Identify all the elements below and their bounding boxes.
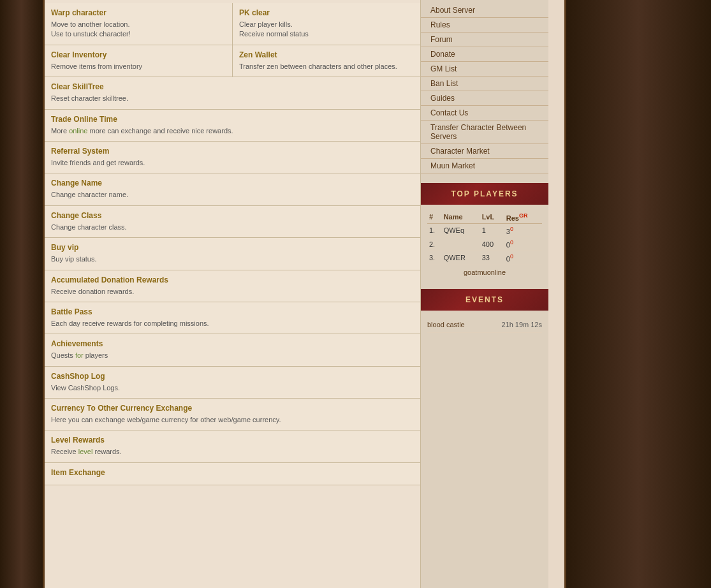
player-res-1: 30 [504, 223, 542, 237]
right-border [564, 0, 711, 588]
player-name-2 [442, 237, 480, 251]
feature-battle-pass[interactable]: Battle Pass Each day receive rewards for… [45, 302, 420, 334]
sidebar-panel: About Server Rules Forum Donate GM List … [421, 0, 548, 588]
nav-muun-market[interactable]: Muun Market [421, 159, 548, 173]
col-res-gr: ResGR [504, 211, 542, 223]
player-name-3: QWER [442, 251, 480, 265]
feature-vip-title: Buy vip [51, 243, 414, 252]
events-banner: EVENTS [421, 289, 548, 311]
nav-ban-list[interactable]: Ban List [421, 77, 548, 91]
feature-pk-desc: Clear player kills.Receive normal status [239, 20, 414, 40]
feature-pk-title: PK clear [239, 8, 414, 17]
feature-cashshop-log[interactable]: CashShop Log View CashShop Logs. [45, 367, 420, 399]
feature-item-title: Item Exchange [51, 468, 414, 477]
player-name-1: QWEq [442, 223, 480, 237]
feature-name-desc: Change character name. [51, 190, 414, 200]
feature-buy-vip[interactable]: Buy vip Buy vip status. [45, 238, 420, 270]
events-section: blood castle 21h 19m 12s [421, 314, 548, 336]
feature-panel: Warp character Move to another location.… [45, 0, 421, 588]
feature-change-class[interactable]: Change Class Change character class. [45, 206, 420, 238]
feature-currency-desc: Here you can exchange web/game currency … [51, 415, 414, 425]
player-lvl-3: 33 [480, 251, 504, 265]
feature-cashshop-desc: View CashShop Logs. [51, 383, 414, 393]
server-name: goatmuonline [427, 265, 542, 279]
feature-referral-title: Referral System [51, 147, 414, 156]
feature-clear-skilltree[interactable]: Clear SkillTree Reset character skilltre… [45, 77, 420, 109]
left-border [0, 0, 45, 588]
feature-donation-title: Accumulated Donation Rewards [51, 276, 414, 284]
feature-vip-desc: Buy vip status. [51, 254, 414, 264]
feature-item-exchange[interactable]: Item Exchange [45, 463, 420, 485]
event-name-blood-castle: blood castle [427, 321, 465, 328]
feature-trade-title: Trade Online Time [51, 115, 414, 124]
player-row-1: 1. QWEq 1 30 [427, 223, 542, 237]
feature-zen-wallet[interactable]: Zen Wallet Transfer zen between characte… [233, 45, 420, 77]
feature-name-title: Change Name [51, 179, 414, 187]
feature-class-desc: Change character class. [51, 223, 414, 232]
feature-accumulated-donation[interactable]: Accumulated Donation Rewards Receive don… [45, 270, 420, 302]
col-lvl: LvL [480, 211, 504, 223]
player-lvl-2: 400 [480, 237, 504, 251]
feature-trade-desc: More online more can exchange and receiv… [51, 126, 414, 136]
feature-bp-desc: Each day receive rewards for completing … [51, 319, 414, 328]
event-blood-castle: blood castle 21h 19m 12s [427, 317, 542, 333]
nav-character-market[interactable]: Character Market [421, 144, 548, 159]
feature-bp-title: Battle Pass [51, 307, 414, 316]
top-players-table: # Name LvL ResGR 1. QWEq 1 30 [427, 211, 542, 265]
player-res-2: 00 [504, 237, 542, 251]
player-row-2: 2. 400 00 [427, 237, 542, 251]
col-name: Name [442, 211, 480, 223]
feature-skilltree-title: Clear SkillTree [51, 82, 414, 91]
event-timer-blood-castle: 21h 19m 12s [501, 321, 542, 328]
feature-achievements-title: Achievements [51, 339, 414, 348]
nav-rules[interactable]: Rules [421, 18, 548, 33]
feature-currency-exchange[interactable]: Currency To Other Currency Exchange Here… [45, 399, 420, 430]
feature-currency-title: Currency To Other Currency Exchange [51, 404, 414, 413]
feature-donation-desc: Receive donation rewards. [51, 287, 414, 297]
nav-donate[interactable]: Donate [421, 47, 548, 62]
top-players-banner: TOP PLAYERS [421, 183, 548, 205]
feature-level-rewards[interactable]: Level Rewards Receive level rewards. [45, 430, 420, 462]
feature-zen-title: Zen Wallet [239, 50, 414, 59]
player-lvl-1: 1 [480, 223, 504, 237]
feature-referral-desc: Invite friends and get rewards. [51, 158, 414, 168]
feature-warp[interactable]: Warp character Move to another location.… [45, 3, 233, 45]
feature-zen-desc: Transfer zen between characters and othe… [239, 62, 414, 71]
nav-gm-list[interactable]: GM List [421, 62, 548, 77]
feature-trade-online[interactable]: Trade Online Time More online more can e… [45, 110, 420, 142]
col-rank: # [427, 211, 442, 223]
feature-class-title: Change Class [51, 211, 414, 220]
nav-contact-us[interactable]: Contact Us [421, 106, 548, 121]
feature-skilltree-desc: Reset character skilltree. [51, 94, 414, 103]
feature-referral[interactable]: Referral System Invite friends and get r… [45, 142, 420, 173]
player-row-3: 3. QWER 33 00 [427, 251, 542, 265]
feature-cashshop-title: CashShop Log [51, 372, 414, 381]
nav-guides[interactable]: Guides [421, 91, 548, 106]
player-res-3: 00 [504, 251, 542, 265]
feature-achievements[interactable]: Achievements Quests for players [45, 334, 420, 366]
nav-transfer-character[interactable]: Transfer Character Between Servers [421, 121, 548, 144]
feature-clear-inv-desc: Remove items from inventory [51, 62, 226, 71]
feature-clear-inv-title: Clear Inventory [51, 50, 226, 59]
feature-level-title: Level Rewards [51, 436, 414, 445]
feature-change-name[interactable]: Change Name Change character name. [45, 173, 420, 205]
feature-warp-title: Warp character [51, 8, 226, 17]
nav-forum[interactable]: Forum [421, 33, 548, 47]
feature-clear-inventory[interactable]: Clear Inventory Remove items from invent… [45, 45, 233, 77]
nav-about-server[interactable]: About Server [421, 3, 548, 18]
feature-level-desc: Receive level rewards. [51, 447, 414, 457]
feature-achievements-desc: Quests for players [51, 351, 414, 360]
player-rank-2: 2. [427, 237, 442, 251]
top-players-section: # Name LvL ResGR 1. QWEq 1 30 [421, 208, 548, 283]
feature-pk-clear[interactable]: PK clear Clear player kills.Receive norm… [233, 3, 420, 45]
player-rank-3: 3. [427, 251, 442, 265]
player-rank-1: 1. [427, 223, 442, 237]
feature-warp-desc: Move to another location.Use to unstuck … [51, 20, 226, 40]
